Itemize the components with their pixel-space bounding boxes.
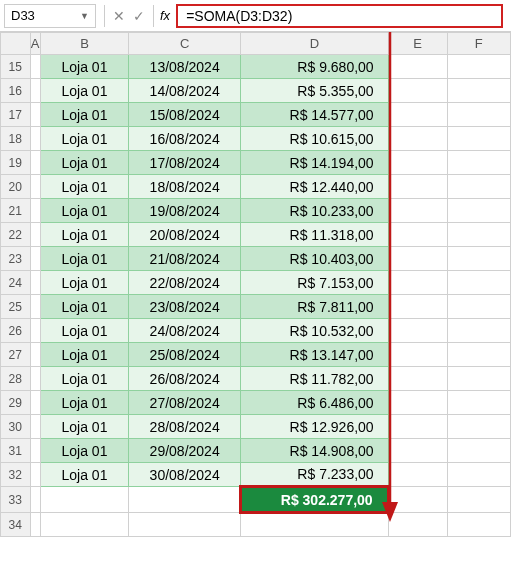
row-header[interactable]: 29 (1, 391, 31, 415)
cell-blank[interactable] (388, 103, 447, 127)
cell-blank[interactable] (388, 319, 447, 343)
cell-value[interactable]: R$ 13.147,00 (241, 343, 389, 367)
cell-blank[interactable] (30, 487, 40, 513)
cell-blank[interactable] (447, 295, 510, 319)
cell-loja[interactable]: Loja 01 (40, 103, 129, 127)
cell-date[interactable]: 21/08/2024 (129, 247, 241, 271)
cell-date[interactable]: 20/08/2024 (129, 223, 241, 247)
row-header[interactable]: 30 (1, 415, 31, 439)
cell-blank[interactable] (388, 487, 447, 513)
cell-blank[interactable] (30, 271, 40, 295)
cell-date[interactable]: 17/08/2024 (129, 151, 241, 175)
cell-blank[interactable] (388, 295, 447, 319)
cell-blank[interactable] (388, 343, 447, 367)
cell-loja[interactable]: Loja 01 (40, 391, 129, 415)
cell-date[interactable]: 19/08/2024 (129, 199, 241, 223)
cell-blank[interactable] (30, 151, 40, 175)
row-header[interactable]: 22 (1, 223, 31, 247)
col-header-E[interactable]: E (388, 33, 447, 55)
cell-blank[interactable] (40, 487, 129, 513)
cell-date[interactable]: 30/08/2024 (129, 463, 241, 487)
row-header[interactable]: 25 (1, 295, 31, 319)
row-header[interactable]: 28 (1, 367, 31, 391)
cancel-icon[interactable]: ✕ (109, 8, 129, 24)
row-header[interactable]: 19 (1, 151, 31, 175)
cell-value[interactable]: R$ 14.577,00 (241, 103, 389, 127)
cell-date[interactable]: 15/08/2024 (129, 103, 241, 127)
cell-loja[interactable]: Loja 01 (40, 151, 129, 175)
row-header[interactable]: 27 (1, 343, 31, 367)
cell-value[interactable]: R$ 7.153,00 (241, 271, 389, 295)
cell-date[interactable]: 18/08/2024 (129, 175, 241, 199)
select-all-corner[interactable] (1, 33, 31, 55)
cell-blank[interactable] (447, 79, 510, 103)
cell-value[interactable]: R$ 10.532,00 (241, 319, 389, 343)
cell-blank[interactable] (447, 367, 510, 391)
cell-blank[interactable] (447, 199, 510, 223)
chevron-down-icon[interactable]: ▼ (80, 11, 89, 21)
cell-blank[interactable] (30, 55, 40, 79)
cell-blank[interactable] (447, 439, 510, 463)
cell-blank[interactable] (388, 223, 447, 247)
row-header[interactable]: 34 (1, 513, 31, 537)
cell-blank[interactable] (388, 271, 447, 295)
row-header[interactable]: 31 (1, 439, 31, 463)
cell-blank[interactable] (30, 223, 40, 247)
row-header[interactable]: 26 (1, 319, 31, 343)
cell-blank[interactable] (30, 319, 40, 343)
cell-value[interactable]: R$ 11.782,00 (241, 367, 389, 391)
cell-blank[interactable] (30, 127, 40, 151)
cell-loja[interactable]: Loja 01 (40, 295, 129, 319)
cell-blank[interactable] (447, 103, 510, 127)
cell-blank[interactable] (30, 103, 40, 127)
cell-blank[interactable] (388, 513, 447, 537)
cell-date[interactable]: 29/08/2024 (129, 439, 241, 463)
cell-value[interactable]: R$ 11.318,00 (241, 223, 389, 247)
cell-blank[interactable] (388, 439, 447, 463)
row-header[interactable]: 24 (1, 271, 31, 295)
cell-date[interactable]: 26/08/2024 (129, 367, 241, 391)
cell-blank[interactable] (30, 343, 40, 367)
cell-loja[interactable]: Loja 01 (40, 247, 129, 271)
cell-value[interactable]: R$ 10.615,00 (241, 127, 389, 151)
confirm-icon[interactable]: ✓ (129, 8, 149, 24)
row-header[interactable]: 15 (1, 55, 31, 79)
cell-loja[interactable]: Loja 01 (40, 175, 129, 199)
cell-value[interactable]: R$ 5.355,00 (241, 79, 389, 103)
cell-loja[interactable]: Loja 01 (40, 367, 129, 391)
row-header[interactable]: 16 (1, 79, 31, 103)
cell-blank[interactable] (30, 247, 40, 271)
cell-blank[interactable] (40, 513, 129, 537)
cell-loja[interactable]: Loja 01 (40, 79, 129, 103)
cell-loja[interactable]: Loja 01 (40, 199, 129, 223)
cell-blank[interactable] (30, 439, 40, 463)
fx-icon[interactable]: fx (160, 8, 170, 23)
cell-loja[interactable]: Loja 01 (40, 55, 129, 79)
cell-blank[interactable] (30, 175, 40, 199)
cell-blank[interactable] (388, 247, 447, 271)
col-header-C[interactable]: C (129, 33, 241, 55)
cell-blank[interactable] (241, 513, 389, 537)
cell-value[interactable]: R$ 14.908,00 (241, 439, 389, 463)
cell-blank[interactable] (388, 391, 447, 415)
cell-date[interactable]: 13/08/2024 (129, 55, 241, 79)
row-header[interactable]: 21 (1, 199, 31, 223)
cell-blank[interactable] (129, 513, 241, 537)
cell-blank[interactable] (447, 127, 510, 151)
cell-value[interactable]: R$ 7.233,00 (241, 463, 389, 487)
cell-date[interactable]: 24/08/2024 (129, 319, 241, 343)
cell-date[interactable]: 27/08/2024 (129, 391, 241, 415)
cell-blank[interactable] (447, 343, 510, 367)
cell-value[interactable]: R$ 9.680,00 (241, 55, 389, 79)
cell-date[interactable]: 28/08/2024 (129, 415, 241, 439)
cell-blank[interactable] (388, 175, 447, 199)
cell-date[interactable]: 16/08/2024 (129, 127, 241, 151)
cell-blank[interactable] (447, 271, 510, 295)
cell-blank[interactable] (447, 463, 510, 487)
cell-blank[interactable] (388, 55, 447, 79)
cell-blank[interactable] (447, 415, 510, 439)
cell-blank[interactable] (447, 151, 510, 175)
cell-date[interactable]: 14/08/2024 (129, 79, 241, 103)
formula-input[interactable]: =SOMA(D3:D32) (176, 4, 503, 28)
cell-loja[interactable]: Loja 01 (40, 415, 129, 439)
